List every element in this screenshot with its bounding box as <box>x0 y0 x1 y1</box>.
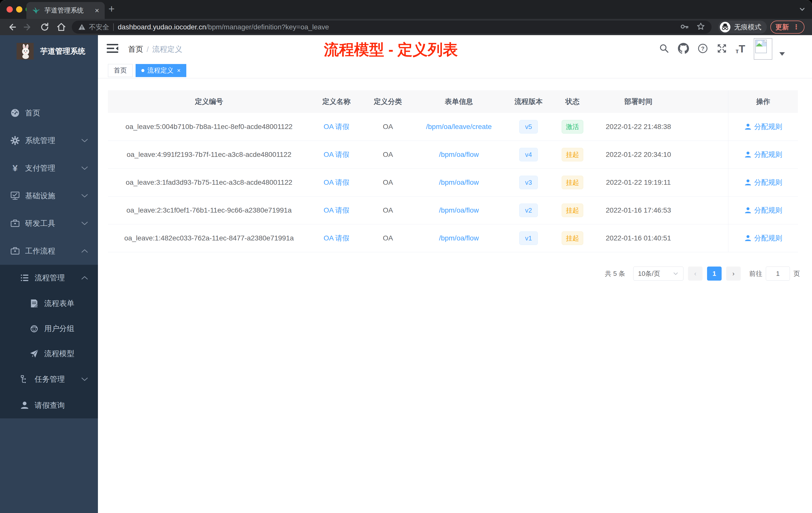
cell-definition-id: oa_leave:2:3c1f0ef1-76b1-11ec-9c66-a2380… <box>108 197 310 224</box>
briefcase-icon <box>10 218 20 229</box>
cell-filler <box>684 169 728 196</box>
font-size-icon[interactable]: тT <box>736 44 745 54</box>
assign-rule-button[interactable]: 分配规则 <box>744 150 782 159</box>
cell-definition-category: OA <box>363 224 413 252</box>
tab-close-icon[interactable]: × <box>95 7 99 14</box>
cell-filler <box>684 113 728 141</box>
security-status[interactable]: 不安全 <box>78 23 109 32</box>
forward-button[interactable] <box>23 22 33 32</box>
next-page-button[interactable]: › <box>726 267 741 280</box>
cell-definition-id: oa_leave:4:991f2193-7b7f-11ec-a3c8-acde4… <box>108 141 310 169</box>
form-info-link[interactable]: /bpm/oa/flow <box>439 206 479 214</box>
bookmark-star-icon[interactable] <box>696 22 705 32</box>
back-button[interactable] <box>6 22 17 32</box>
minimize-window-button[interactable] <box>16 6 22 12</box>
browser-menu-dots-icon[interactable]: ⋮ <box>793 23 800 31</box>
form-info-link[interactable]: /bpm/oa/flow <box>439 151 479 159</box>
key-icon[interactable] <box>680 22 689 32</box>
new-tab-button[interactable]: + <box>109 3 115 15</box>
fullscreen-icon[interactable] <box>717 43 727 55</box>
chevron-down-icon <box>81 166 88 170</box>
assign-rule-button[interactable]: 分配规则 <box>744 178 782 187</box>
tab-strip: 芋道管理系统 × + <box>0 0 812 19</box>
sidebar-item-3[interactable]: 基础设施 <box>0 182 98 210</box>
definition-name-link[interactable]: OA 请假 <box>324 206 349 215</box>
browser-window: 芋道管理系统 × + 不安全 dashboard.yudao.iocoder.c <box>0 0 812 513</box>
status-badge: 挂起 <box>562 232 583 245</box>
chrome-update-button[interactable]: 更新 ⋮ <box>770 21 805 34</box>
sidebar-collapse-icon[interactable] <box>107 43 118 55</box>
cell-filler <box>684 224 728 252</box>
person-icon <box>744 151 752 158</box>
definition-name-link[interactable]: OA 请假 <box>324 178 349 187</box>
sidebar-item-1[interactable]: 系统管理 <box>0 127 98 154</box>
cell-filler <box>684 197 728 224</box>
page-unit-label: 页 <box>793 269 800 278</box>
flow-icon <box>20 374 30 384</box>
sidebar-item-label: 任务管理 <box>35 374 65 385</box>
breadcrumb-home[interactable]: 首页 <box>128 44 143 55</box>
goto-page-input[interactable] <box>766 267 790 280</box>
definition-name-link[interactable]: OA 请假 <box>324 122 349 131</box>
assign-rule-button[interactable]: 分配规则 <box>744 233 782 243</box>
form-info-link[interactable]: /bpm/oa/flow <box>439 178 479 186</box>
tab-search-caret-icon[interactable] <box>799 5 806 14</box>
sidebar-item-5[interactable]: 工作流程 <box>0 237 98 265</box>
assign-rule-button[interactable]: 分配规则 <box>744 122 782 131</box>
cell-deploy-time: 2022-01-22 19:19:11 <box>592 169 684 196</box>
page-size-select[interactable]: 10条/页 <box>633 267 684 280</box>
github-icon[interactable] <box>678 43 689 55</box>
sidebar-logo[interactable]: 芋道管理系统 <box>0 35 98 60</box>
page-annotation: 流程模型 - 定义列表 <box>324 40 458 60</box>
home-button[interactable] <box>56 22 66 32</box>
close-window-button[interactable] <box>6 6 13 12</box>
cell-operations: 分配规则 <box>728 224 798 252</box>
table-row-4: oa_leave:1:482ec033-762a-11ec-8477-a2380… <box>108 224 798 252</box>
browser-tab[interactable]: 芋道管理系统 × <box>26 2 105 19</box>
sidebar-item-7[interactable]: 流程表单 <box>0 291 98 316</box>
sidebar-item-label: 支付管理 <box>25 163 55 174</box>
tag-label: 首页 <box>114 66 127 75</box>
table-header-cell: 定义名称 <box>310 90 363 113</box>
chevron-down-icon <box>81 139 88 143</box>
cell-definition-category: OA <box>363 113 413 141</box>
chevron-up-icon <box>81 276 88 280</box>
sidebar-item-2[interactable]: ¥支付管理 <box>0 154 98 182</box>
cell-operations: 分配规则 <box>728 113 798 141</box>
sidebar-item-4[interactable]: 研发工具 <box>0 210 98 237</box>
user-dropdown-caret-icon[interactable] <box>779 52 785 56</box>
address-bar[interactable]: 不安全 dashboard.yudao.iocoder.cn/bpm/manag… <box>72 21 712 34</box>
sidebar-item-11[interactable]: 请假查询 <box>0 392 98 418</box>
sidebar-item-8[interactable]: 用户分组 <box>0 316 98 341</box>
tag-close-icon[interactable]: × <box>177 67 180 74</box>
svg-text:¥: ¥ <box>12 163 18 173</box>
cell-process-version: v4 <box>505 141 552 169</box>
sidebar-item-0[interactable]: 首页 <box>0 99 98 127</box>
assign-rule-label: 分配规则 <box>754 233 782 243</box>
tag-1[interactable]: 流程定义× <box>136 64 186 77</box>
page-size-value: 10条/页 <box>638 269 660 278</box>
breadcrumb-current: 流程定义 <box>152 44 182 55</box>
table-header-cell: 流程版本 <box>505 90 552 113</box>
help-icon[interactable]: ? <box>697 43 708 55</box>
reload-button[interactable] <box>40 22 50 32</box>
form-info-link[interactable]: /bpm/oa/flow <box>439 234 479 242</box>
table-header-cell: 表单信息 <box>413 90 505 113</box>
sidebar-item-10[interactable]: 任务管理 <box>0 366 98 392</box>
definition-name-link[interactable]: OA 请假 <box>324 233 349 243</box>
prev-page-button[interactable]: ‹ <box>688 267 702 280</box>
definition-name-link[interactable]: OA 请假 <box>324 150 349 159</box>
sidebar-item-6[interactable]: 流程管理 <box>0 265 98 291</box>
sidebar-item-label: 工作流程 <box>25 246 55 256</box>
search-icon[interactable] <box>659 43 669 55</box>
chevron-down-icon <box>81 194 88 198</box>
deploy-time-text: 2022-01-22 19:19:11 <box>606 178 671 186</box>
tag-0[interactable]: 首页 <box>108 64 133 77</box>
user-avatar[interactable] <box>754 38 772 60</box>
url-path: /bpm/manager/definition?key=oa_leave <box>206 23 329 31</box>
url-text[interactable]: dashboard.yudao.iocoder.cn/bpm/manager/d… <box>118 23 329 31</box>
form-info-link[interactable]: /bpm/oa/leave/create <box>426 123 492 131</box>
sidebar-item-9[interactable]: 流程模型 <box>0 341 98 366</box>
page-1-button[interactable]: 1 <box>707 267 722 280</box>
assign-rule-button[interactable]: 分配规则 <box>744 206 782 215</box>
